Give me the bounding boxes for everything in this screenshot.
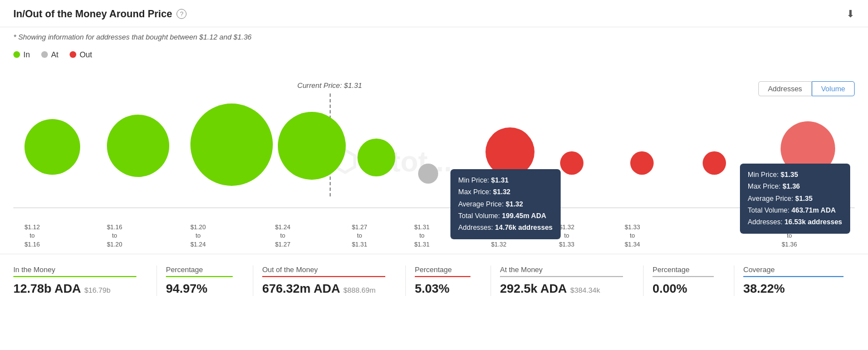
stat-out-pct-label: Percentage (415, 265, 470, 274)
stat-in-money-sub: $16.79b (84, 286, 110, 294)
stat-at-money-label: At the Money (500, 265, 623, 274)
x-label-4: $1.27to$1.31 (352, 223, 367, 249)
divider-6 (734, 265, 734, 296)
stat-out-money: Out of the Money 676.32m ADA $888.69m (262, 265, 396, 296)
at-label: At (51, 50, 58, 59)
stat-in-money-underline (13, 276, 136, 277)
at-dot (41, 51, 48, 58)
bubble-b1 (24, 119, 80, 175)
bubble-chart: Current Price: $1.31 ⬡ intot... (13, 81, 855, 248)
header-left: In/Out of the Money Around Price ? (13, 8, 187, 20)
divider-4 (491, 265, 491, 296)
stat-at-pct: Percentage 0.00% (653, 265, 725, 296)
page-container: In/Out of the Money Around Price ? ⬇ * S… (0, 0, 868, 350)
stat-out-money-underline (262, 276, 385, 277)
tooltip1-avg: Average Price: $1.32 (458, 199, 553, 210)
stat-coverage: Coverage 38.22% (743, 265, 855, 296)
legend-item-in: In (13, 50, 30, 59)
bubble-b5 (357, 139, 395, 176)
stat-at-money-sub: $384.34k (570, 286, 600, 294)
stat-at-money-value: 292.5k ADA (500, 282, 567, 296)
x-label-7: $1.32to$1.33 (559, 223, 575, 249)
bubble-b8 (560, 151, 583, 175)
tooltip1-max: Max Price: $1.32 (458, 186, 553, 198)
stat-out-pct-value: 5.03% (415, 282, 470, 296)
tooltip1-addr: Addresses: 14.76k addresses (458, 222, 553, 234)
stat-at-money: At the Money 292.5k ADA $384.34k (500, 265, 634, 296)
in-dot (13, 51, 20, 58)
stat-out-money-label: Out of the Money (262, 265, 385, 274)
tooltip-1: Min Price: $1.31 Max Price: $1.32 Averag… (450, 169, 561, 239)
bubble-b2 (107, 115, 169, 177)
stat-out-money-sub: $888.69m (344, 286, 376, 294)
current-price-label: Current Price: $1.31 (297, 81, 362, 90)
stat-coverage-value: 38.22% (743, 282, 844, 296)
bubble-b6 (418, 164, 438, 184)
divider-3 (405, 265, 406, 296)
tooltip1-vol: Total Volume: 199.45m ADA (458, 210, 553, 222)
divider-1 (156, 265, 157, 296)
x-label-2: $1.20to$1.24 (190, 223, 206, 249)
x-label-0: $1.12to$1.16 (24, 223, 40, 249)
stat-at-pct-label: Percentage (653, 265, 714, 274)
legend: In At Out (0, 47, 868, 65)
bubble-b9 (630, 151, 654, 175)
stat-at-money-values: 292.5k ADA $384.34k (500, 282, 623, 296)
stat-in-pct-value: 94.97% (166, 282, 233, 296)
stat-in-pct: Percentage 94.97% (166, 265, 244, 296)
tooltip2-max: Max Price: $1.36 (748, 181, 842, 193)
header: In/Out of the Money Around Price ? ⬇ (0, 0, 868, 27)
bubble-b3 (190, 103, 273, 186)
stat-in-money-label: In the Money (13, 265, 136, 274)
stat-in-pct-label: Percentage (166, 265, 233, 274)
stat-in-money-values: 12.78b ADA $16.79b (13, 282, 136, 296)
stat-at-money-underline (500, 276, 623, 277)
x-label-8: $1.33to$1.34 (625, 223, 640, 249)
tooltip2-vol: Total Volume: 463.71m ADA (748, 205, 842, 216)
divider-2 (253, 265, 253, 296)
legend-item-at: At (41, 50, 58, 59)
stat-coverage-label: Coverage (743, 265, 844, 274)
x-label-5: $1.31to$1.31 (414, 223, 430, 249)
x-label-3: $1.24to$1.27 (275, 223, 291, 249)
help-icon[interactable]: ? (176, 9, 187, 19)
out-label: Out (80, 50, 92, 59)
x-label-1: $1.16to$1.20 (107, 223, 122, 249)
stat-out-money-value: 676.32m ADA (262, 282, 340, 296)
bubble-b10 (703, 151, 726, 175)
legend-item-out: Out (70, 50, 92, 59)
stat-at-pct-underline (653, 276, 714, 277)
bubble-b4 (278, 112, 346, 180)
baseline (13, 208, 855, 208)
stat-at-pct-value: 0.00% (653, 282, 714, 296)
stat-in-money-value: 12.78b ADA (13, 282, 81, 296)
stat-out-pct-underline (415, 276, 470, 277)
stats-section: In the Money 12.78b ADA $16.79b Percenta… (0, 254, 868, 305)
in-label: In (23, 50, 30, 59)
stat-in-money: In the Money 12.78b ADA $16.79b (13, 265, 148, 296)
stat-out-money-values: 676.32m ADA $888.69m (262, 282, 385, 296)
info-text: * Showing information for addresses that… (13, 33, 252, 41)
download-icon[interactable]: ⬇ (846, 8, 855, 20)
divider-5 (643, 265, 644, 296)
chart-section: Addresses Volume Current Price: $1.31 ⬡ … (0, 81, 868, 248)
out-dot (70, 51, 76, 58)
stat-coverage-underline (743, 276, 844, 277)
tooltip1-min: Min Price: $1.31 (458, 175, 553, 186)
tooltip-2: Min Price: $1.35 Max Price: $1.36 Averag… (740, 164, 850, 234)
tooltip2-avg: Average Price: $1.35 (748, 193, 842, 205)
page-title: In/Out of the Money Around Price (13, 8, 172, 20)
tooltip2-addr: Addresses: 16.53k addresses (748, 216, 842, 228)
stat-in-pct-underline (166, 276, 233, 277)
info-bar: * Showing information for addresses that… (0, 27, 868, 47)
stat-out-pct: Percentage 5.03% (415, 265, 482, 296)
tooltip2-min: Min Price: $1.35 (748, 169, 842, 181)
